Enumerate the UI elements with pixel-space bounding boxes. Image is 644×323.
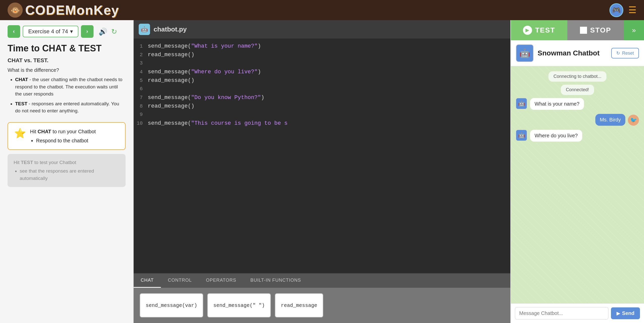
task2-bullet: see that the responses are entered autom… (20, 168, 120, 182)
stop-button[interactable]: ■ STOP (567, 20, 624, 40)
user-avatar[interactable]: 🎮 (609, 3, 623, 17)
user-bubble: Ms. Birdy (595, 114, 625, 126)
code-line: 2 read_message() (134, 51, 510, 60)
code-content: send_message("Where do you live?") (148, 69, 261, 75)
test-desc: - responses are entered automatically. Y… (15, 101, 119, 114)
test-term: TEST (15, 101, 27, 106)
line-number: 9 (134, 112, 148, 117)
block-send-message-str[interactable]: send_message(" ") (207, 293, 271, 317)
line-number: 10 (134, 120, 148, 126)
code-line: 6 (134, 85, 510, 94)
logo-area: 🐵 CODEMonKey (8, 3, 119, 18)
line-number: 8 (134, 103, 148, 109)
code-line: 4 send_message("Where do you live?") (134, 68, 510, 77)
code-content: read_message() (148, 103, 194, 109)
task1-text: Hit CHAT to run your Chatbot Respond to … (30, 128, 96, 144)
logo-text: CODEMonKey (25, 3, 119, 18)
task1-rest: to run your Chatbot (51, 129, 96, 134)
file-icon: 🤖 (139, 24, 150, 35)
chatbot-avatar-icon: 🤖 (516, 44, 534, 62)
stop-icon: ■ (580, 27, 587, 34)
star-icon: ⭐ (14, 128, 26, 139)
editor-header: 🤖 chatbot.py (134, 20, 510, 39)
center-panel: 🤖 chatbot.py 1 send_message("What is you… (134, 20, 510, 323)
lesson-bullets: CHAT - the user chatting with the chatbo… (15, 76, 126, 117)
code-content: read_message() (148, 52, 194, 58)
tab-operators[interactable]: OPERATORS (199, 274, 243, 288)
stop-label: STOP (590, 26, 611, 34)
reset-button[interactable]: ↻ Reset (611, 48, 639, 58)
line-number: 2 (134, 52, 148, 58)
file-name: chatbot.py (154, 25, 187, 33)
line-number: 6 (134, 86, 148, 92)
task2-box: Hit TEST to test your Chatbot see that t… (8, 154, 126, 187)
line-number: 4 (134, 69, 148, 75)
chat-input[interactable] (515, 307, 608, 319)
lesson-question: What is the difference? (8, 67, 126, 73)
system-message: Connected! (516, 85, 639, 95)
exercise-label-button[interactable]: Exercise 4 of 74 ▾ (23, 26, 78, 37)
send-label: Send (622, 310, 634, 316)
speaker-button[interactable]: 🔊 (99, 27, 107, 36)
bot-avatar-small: 🤖 (516, 98, 527, 109)
system-message-bubble: Connected! (561, 85, 594, 95)
blocks-area: send_message(var) send_message(" ") read… (134, 288, 510, 323)
run-controls: ▶ TEST ■ STOP » (511, 20, 644, 40)
exercise-nav: ‹ Exercise 4 of 74 ▾ › 🔊 ↻ (8, 25, 126, 38)
prev-exercise-button[interactable]: ‹ (8, 25, 20, 38)
user-avatar-small: 🐦 (628, 115, 639, 126)
code-line: 3 (134, 60, 510, 68)
task2-highlight: TEST (21, 160, 33, 165)
task2-rest: to test your Chatbot (33, 160, 76, 165)
task1-box: ⭐ Hit CHAT to run your Chatbot Respond t… (8, 122, 126, 150)
line-number: 3 (134, 60, 148, 66)
lesson-title: Time to CHAT & TEST (8, 43, 126, 54)
top-icons: 🔊 ↻ (99, 27, 117, 36)
task1-highlight: CHAT (38, 129, 51, 134)
send-button[interactable]: ▶ Send (611, 307, 640, 319)
test-label: TEST (535, 26, 555, 34)
code-line: 10 send_message("This course is going to… (134, 120, 510, 128)
send-icon: ▶ (617, 311, 620, 316)
code-content: send_message("What is your name?") (148, 43, 261, 49)
line-number: 5 (134, 78, 148, 83)
user-message-row: Ms. Birdy 🐦 (516, 114, 639, 126)
code-content: read_message() (148, 77, 194, 84)
block-send-message-var[interactable]: send_message(var) (140, 293, 203, 317)
chatbot-header: 🤖 Snowman Chatbot ↻ Reset (511, 40, 644, 66)
bot-bubble: Where do you live? (530, 130, 582, 142)
bot-message-row: 🤖 Where do you live? (516, 130, 639, 142)
chat-term: CHAT (15, 77, 28, 82)
task1-intro: Hit (30, 129, 38, 134)
bot-avatar-small: 🤖 (516, 130, 527, 141)
refresh-button[interactable]: ↻ (111, 27, 117, 36)
next-exercise-button[interactable]: › (81, 25, 94, 38)
code-line: 9 (134, 111, 510, 120)
chat-desc: - the user chatting with the chatbot nee… (15, 77, 122, 96)
list-item: CHAT - the user chatting with the chatbo… (15, 76, 126, 98)
nav-right: 🎮 ☰ (609, 3, 636, 17)
test-button[interactable]: ▶ TEST (511, 20, 567, 40)
reset-icon: ↻ (616, 50, 620, 56)
list-item: TEST - responses are entered automatical… (15, 100, 126, 115)
chatbot-name: Snowman Chatbot (538, 49, 607, 57)
code-line: 1 send_message("What is your name?") (134, 43, 510, 51)
task1-bullet: Respond to the chatbot (36, 137, 96, 144)
fast-forward-button[interactable]: » (624, 20, 644, 40)
code-editor[interactable]: 1 send_message("What is your name?") 2 r… (134, 39, 510, 273)
hamburger-icon[interactable]: ☰ (628, 5, 636, 15)
task2-intro: Hit (14, 160, 21, 165)
bot-message-row: 🤖 What is your name? (516, 98, 639, 110)
main-layout: ‹ Exercise 4 of 74 ▾ › 🔊 ↻ Time to CHAT … (0, 20, 644, 323)
code-line: 7 send_message("Do you know Python?") (134, 94, 510, 103)
block-read-message[interactable]: read_message (275, 293, 323, 317)
exercise-label-text: Exercise 4 of 74 (28, 28, 68, 35)
bot-bubble: What is your name? (530, 98, 584, 110)
tab-chat[interactable]: CHAT (134, 274, 161, 288)
tab-control[interactable]: CONTROL (161, 274, 199, 288)
play-icon: ▶ (523, 26, 532, 35)
left-panel: ‹ Exercise 4 of 74 ▾ › 🔊 ↻ Time to CHAT … (0, 20, 134, 323)
tab-builtin[interactable]: BUILT-IN FUNCTIONS (243, 274, 308, 288)
chat-messages: Connecting to chatbot... Connected! 🤖 Wh… (511, 66, 644, 303)
line-number: 1 (134, 43, 148, 49)
